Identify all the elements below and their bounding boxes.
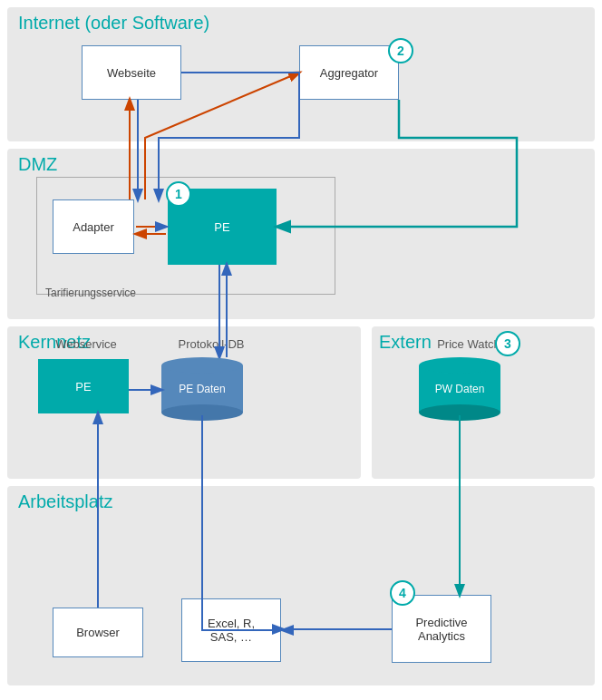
badge-1: 1: [166, 181, 191, 207]
label-tarifierungsservice: Tarifierungsservice: [45, 287, 136, 299]
cylinder-pw-daten: PW Daten: [419, 357, 500, 421]
cylinder-pe-daten: PE Daten: [161, 357, 243, 421]
box-webseite: Webseite: [82, 45, 181, 100]
label-protokoll-db: Protokoll-DB: [161, 337, 261, 351]
label-internet: Internet (oder Software): [18, 13, 209, 34]
label-dmz: DMZ: [18, 154, 57, 175]
badge-2: 2: [388, 38, 413, 63]
badge-4: 4: [390, 580, 415, 606]
diagram: Internet (oder Software) DMZ Kernnetz Ex…: [0, 0, 602, 700]
label-arbeitsplatz: Arbeitsplatz: [18, 491, 113, 512]
box-pe-kern: PE: [38, 359, 129, 413]
label-webservice: Webservice: [45, 337, 127, 351]
box-adapter: Adapter: [53, 199, 134, 254]
box-excel: Excel, R, SAS, …: [181, 598, 281, 662]
box-browser: Browser: [53, 608, 143, 657]
badge-3: 3: [495, 331, 520, 356]
box-aggregator: Aggregator: [299, 45, 399, 100]
